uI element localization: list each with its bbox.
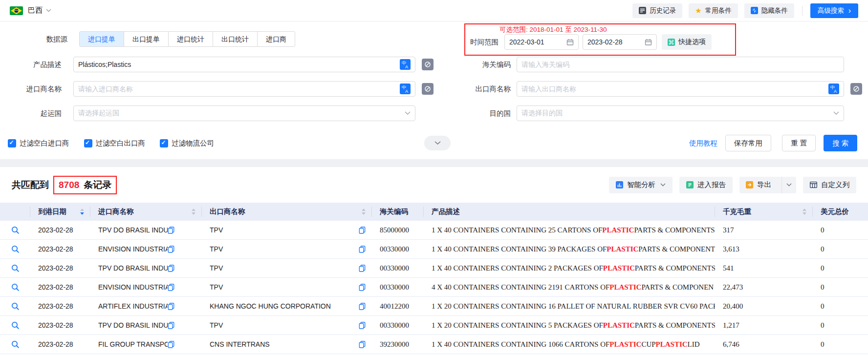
checkbox-checked-icon[interactable]: [8, 139, 16, 147]
sort-arrows-icon[interactable]: [358, 209, 366, 215]
hs-code-input[interactable]: [521, 61, 839, 68]
row-detail-search-icon[interactable]: [11, 321, 20, 330]
copy-icon[interactable]: [359, 303, 366, 310]
save-conditions-button[interactable]: 保存常用: [725, 135, 771, 151]
copy-icon[interactable]: [359, 322, 366, 329]
datasource-tab-4[interactable]: 进口商: [257, 32, 295, 46]
cell-exporter[interactable]: TPV: [210, 321, 359, 329]
origin-country-select[interactable]: 请选择起运国: [73, 105, 415, 121]
sort-arrows-icon[interactable]: [188, 209, 195, 215]
quick-options-button[interactable]: 快捷选项: [662, 34, 712, 50]
col-header-importer[interactable]: 进口商名称: [90, 203, 202, 221]
history-button[interactable]: 历史记录: [632, 3, 682, 18]
translate-icon[interactable]: 中A: [400, 59, 411, 70]
exporter-input[interactable]: [521, 85, 828, 93]
country-selector-label[interactable]: 巴西: [28, 6, 43, 15]
checkbox-checked-icon[interactable]: [160, 139, 168, 147]
cell-importer[interactable]: TPV DO BRASIL INDUSTR: [98, 226, 168, 234]
copy-icon[interactable]: [359, 341, 366, 348]
col-header-date[interactable]: 到港日期: [30, 203, 90, 221]
enter-report-button[interactable]: 进入报告: [679, 177, 733, 193]
copy-icon[interactable]: [168, 265, 174, 272]
cell-usd-value: 0: [813, 264, 868, 272]
row-detail-search-icon[interactable]: [11, 245, 20, 253]
translate-icon[interactable]: 中A: [400, 84, 411, 94]
product-desc-input[interactable]: [78, 61, 400, 68]
checkbox-checked-icon[interactable]: [84, 139, 92, 147]
row-detail-search-icon[interactable]: [11, 340, 20, 349]
filter-checkbox-1[interactable]: 过滤空白出口商: [84, 139, 146, 148]
cell-date: 2023-02-28: [30, 302, 90, 310]
search-button[interactable]: 搜 索: [824, 135, 857, 151]
copy-icon[interactable]: [168, 341, 174, 348]
start-date-input[interactable]: 2022-03-01: [504, 34, 579, 50]
col-header-exporter[interactable]: 出口商名称: [202, 203, 372, 221]
row-detail-search-icon[interactable]: [11, 302, 20, 311]
calendar-icon: [566, 39, 574, 46]
cell-exporter[interactable]: CNS INTERTRANS: [210, 340, 359, 348]
filter-checkbox-0[interactable]: 过滤空白进口商: [8, 139, 69, 148]
export-options-button[interactable]: [781, 177, 796, 193]
row-detail-search-icon[interactable]: [11, 264, 20, 272]
cell-weight-kg: 541: [715, 264, 813, 272]
copy-icon[interactable]: [359, 284, 366, 291]
smart-analysis-button[interactable]: 智能分析: [609, 177, 673, 193]
copy-icon[interactable]: [359, 265, 366, 272]
translate-icon[interactable]: 中A: [828, 84, 839, 94]
advanced-search-button[interactable]: 高级搜索 ›: [810, 3, 858, 18]
copy-icon[interactable]: [168, 303, 174, 310]
divider: [802, 6, 803, 16]
copy-icon[interactable]: [168, 227, 174, 234]
datasource-tab-1[interactable]: 出口提单: [124, 32, 168, 46]
sort-arrows-icon[interactable]: [76, 209, 84, 215]
cell-exporter[interactable]: TPV: [210, 264, 359, 272]
sort-arrows-icon[interactable]: [799, 209, 806, 215]
exclude-keyword-icon[interactable]: [422, 59, 434, 70]
cell-importer[interactable]: TPV DO BRASIL INDUSTR: [98, 321, 168, 329]
cell-exporter[interactable]: TPV: [210, 226, 359, 234]
export-button[interactable]: 导出: [739, 177, 778, 193]
cell-importer[interactable]: FIL GROUP TRANSPORTE: [98, 340, 168, 348]
cell-exporter[interactable]: TPV: [210, 283, 359, 291]
favorite-conditions-button[interactable]: ★ 常用条件: [689, 3, 738, 18]
copy-icon[interactable]: [359, 227, 366, 234]
chevron-right-icon: ›: [848, 7, 851, 15]
copy-icon[interactable]: [168, 284, 174, 291]
col-header-desc: 产品描述: [424, 203, 715, 221]
datasource-tab-2[interactable]: 进口统计: [168, 32, 213, 46]
cell-date: 2023-02-28: [30, 283, 90, 291]
reset-button[interactable]: 重 置: [782, 135, 816, 151]
dest-country-select[interactable]: 请选择目的国: [517, 105, 844, 121]
chevron-down-icon[interactable]: [46, 9, 51, 12]
copy-icon[interactable]: [168, 246, 174, 253]
chevron-down-icon: [660, 183, 666, 187]
tutorial-link[interactable]: 使用教程: [689, 139, 717, 148]
svg-text:A: A: [405, 89, 408, 94]
cell-importer[interactable]: ENVISION INDUSTRIA DE: [98, 245, 168, 253]
datasource-tab-0[interactable]: 进口提单: [80, 32, 124, 46]
cell-importer[interactable]: ARTIFLEX INDUSTRIA & C: [98, 302, 168, 310]
copy-icon[interactable]: [359, 246, 366, 253]
copy-icon[interactable]: [168, 322, 174, 329]
customize-columns-button[interactable]: 自定义列: [803, 177, 856, 193]
datasource-row: 数据源 进口提单出口提单进口统计出口统计进口商: [0, 31, 868, 47]
end-date-input[interactable]: 2023-02-28: [583, 34, 657, 50]
importer-input[interactable]: [78, 85, 400, 93]
exclude-keyword-icon[interactable]: [850, 83, 862, 95]
cell-usd-value: 0: [813, 245, 868, 253]
datasource-tab-3[interactable]: 出口统计: [213, 32, 257, 46]
col-header-weight[interactable]: 千克毛重: [715, 203, 813, 221]
row-detail-search-icon[interactable]: [11, 283, 20, 292]
hide-conditions-button[interactable]: 隐藏条件: [744, 3, 794, 18]
exclude-keyword-icon[interactable]: [422, 83, 434, 95]
report-icon: [686, 181, 694, 188]
dest-country-label: 目的国: [434, 109, 517, 118]
filter-checkbox-2[interactable]: 过滤物流公司: [160, 139, 214, 148]
row-detail-search-icon[interactable]: [11, 226, 20, 234]
cell-importer[interactable]: TPV DO BRASIL INDUSTR: [98, 264, 168, 272]
collapse-panel-button[interactable]: [424, 136, 451, 150]
chevron-down-icon: [833, 111, 839, 115]
cell-importer[interactable]: ENVISION INDUSTRIA DE: [98, 283, 168, 291]
cell-exporter[interactable]: KHANG NGOC HUNG CORPORATION: [210, 302, 359, 310]
cell-exporter[interactable]: TPV: [210, 245, 359, 253]
